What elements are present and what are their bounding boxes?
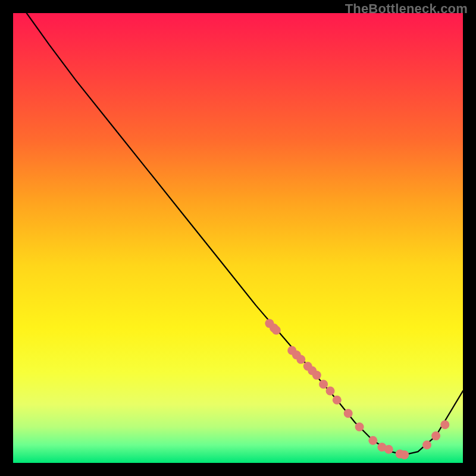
chart-canvas <box>13 13 463 463</box>
bottleneck-curve <box>27 13 463 455</box>
data-point <box>400 450 409 459</box>
data-point <box>440 420 449 429</box>
data-point <box>333 396 342 405</box>
curve-data-points <box>265 319 449 459</box>
data-point <box>422 440 431 449</box>
data-point <box>326 387 335 396</box>
data-point <box>319 380 328 389</box>
data-point <box>344 409 353 418</box>
data-point <box>384 445 393 454</box>
data-point <box>368 436 377 445</box>
data-point <box>312 371 321 380</box>
data-point <box>272 326 281 335</box>
data-point <box>431 431 440 440</box>
watermark-text: TheBottleneck.com <box>345 1 468 17</box>
chart-svg <box>13 13 463 463</box>
data-point <box>355 422 364 431</box>
data-point <box>296 355 305 364</box>
